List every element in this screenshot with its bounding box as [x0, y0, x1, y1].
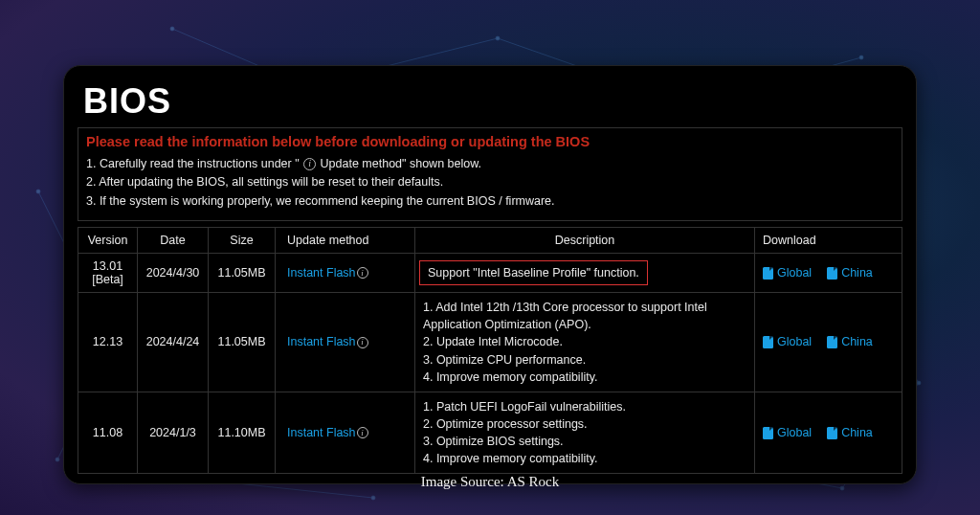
table-row: 11.08 2024/1/3 11.10MB Instant Flashi 1.… — [78, 392, 902, 474]
svg-point-15 — [36, 190, 40, 193]
cell-version: 12.13 — [78, 293, 138, 392]
image-caption: Image Source: AS Rock — [0, 474, 980, 490]
warning-box: Please read the information below before… — [78, 127, 902, 221]
cell-size: 11.10MB — [209, 392, 276, 474]
table-row: 12.13 2024/4/24 11.05MB Instant Flashi 1… — [78, 293, 902, 392]
file-icon — [827, 267, 837, 280]
cell-date: 2024/1/3 — [138, 392, 209, 474]
download-global[interactable]: Global — [763, 266, 812, 280]
cell-method: Instant Flashi — [276, 254, 415, 293]
bios-panel: BIOS Please read the information below b… — [63, 65, 917, 484]
warn-line2: 2. After updating the BIOS, all settings… — [86, 173, 894, 191]
warn-line1-post: Update method" shown below. — [321, 157, 481, 170]
cell-download: Global China — [755, 254, 902, 293]
instant-flash-link[interactable]: Instant Flash — [287, 266, 356, 280]
th-size: Size — [209, 228, 276, 254]
cell-download: Global China — [755, 392, 902, 474]
download-global[interactable]: Global — [763, 335, 812, 348]
svg-point-12 — [496, 36, 500, 40]
warning-lines: 1. Carefully read the instructions under… — [86, 155, 894, 211]
svg-point-14 — [859, 56, 863, 59]
cell-version: 11.08 — [78, 392, 138, 474]
th-desc: Description — [415, 228, 755, 254]
th-date: Date — [138, 228, 209, 254]
cell-size: 11.05MB — [209, 254, 276, 293]
cell-download: Global China — [755, 293, 902, 392]
download-china[interactable]: China — [827, 426, 873, 439]
cell-method: Instant Flashi — [276, 392, 415, 474]
instant-flash-link[interactable]: Instant Flash — [287, 426, 356, 439]
warn-line1-pre: 1. Carefully read the instructions under… — [86, 157, 302, 170]
info-icon[interactable]: i — [357, 427, 368, 438]
bios-table: Version Date Size Update method Descript… — [78, 227, 902, 474]
download-china[interactable]: China — [827, 266, 873, 280]
page-title: BIOS — [83, 81, 902, 122]
table-row: 13.01 [Beta] 2024/4/30 11.05MB Instant F… — [78, 254, 902, 293]
warning-title: Please read the information below before… — [86, 134, 894, 149]
cell-date: 2024/4/30 — [138, 254, 209, 293]
svg-point-17 — [56, 458, 59, 461]
file-icon — [763, 427, 773, 439]
cell-description: 1. Patch UEFI LogoFail vulnerabilities.2… — [415, 392, 755, 474]
instant-flash-link[interactable]: Instant Flash — [287, 335, 356, 348]
download-china[interactable]: China — [827, 335, 873, 348]
th-version: Version — [78, 228, 138, 254]
svg-point-19 — [917, 381, 921, 385]
cell-description: 1. Add Intel 12th /13th Core processor t… — [415, 293, 755, 392]
file-icon — [763, 267, 773, 280]
cell-method: Instant Flashi — [276, 293, 415, 392]
info-icon: i — [303, 158, 316, 170]
cell-size: 11.05MB — [209, 293, 276, 392]
file-icon — [763, 336, 773, 348]
file-icon — [827, 427, 837, 439]
th-method: Update method — [276, 228, 415, 254]
svg-point-10 — [170, 27, 174, 31]
info-icon[interactable]: i — [357, 337, 368, 348]
svg-point-23 — [371, 496, 375, 500]
cell-description: Support "Intel Baseline Profile" functio… — [415, 254, 755, 293]
cell-date: 2024/4/24 — [138, 293, 209, 392]
th-download: Download — [755, 228, 902, 254]
file-icon — [827, 336, 837, 348]
download-global[interactable]: Global — [763, 426, 812, 439]
cell-version: 13.01 [Beta] — [78, 254, 138, 293]
info-icon[interactable]: i — [357, 267, 368, 279]
warn-line3: 3. If the system is working properly, we… — [86, 192, 894, 211]
